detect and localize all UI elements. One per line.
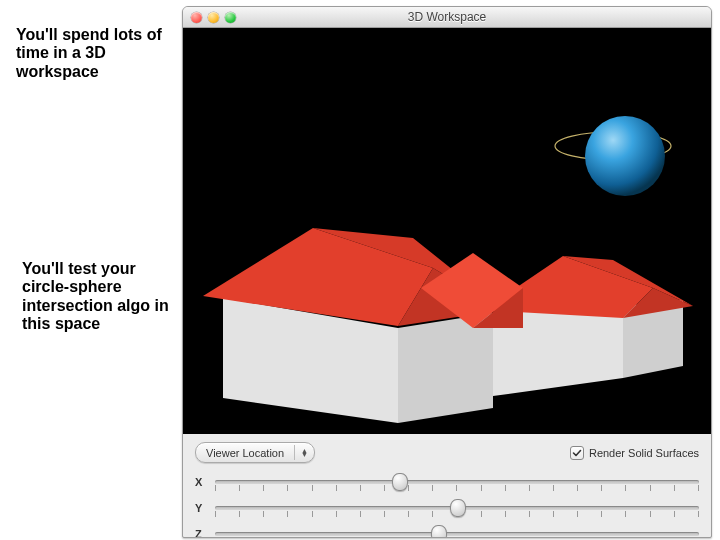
viewer-location-dropdown[interactable]: Viewer Location ▲▼ bbox=[195, 442, 315, 463]
slider-z[interactable] bbox=[215, 523, 699, 538]
checkbox-label: Render Solid Surfaces bbox=[589, 447, 699, 459]
checkbox-icon bbox=[570, 446, 584, 460]
slider-y-label: Y bbox=[195, 502, 205, 514]
scene-3d bbox=[183, 28, 711, 434]
slider-x-label: X bbox=[195, 476, 205, 488]
close-icon[interactable] bbox=[191, 12, 202, 23]
viewport-3d[interactable] bbox=[183, 28, 711, 434]
slider-z-label: Z bbox=[195, 528, 205, 538]
house-left bbox=[203, 228, 503, 423]
sphere bbox=[585, 116, 665, 196]
window-title: 3D Workspace bbox=[183, 10, 711, 24]
svg-marker-1 bbox=[398, 313, 493, 423]
render-surfaces-checkbox[interactable]: Render Solid Surfaces bbox=[570, 446, 699, 460]
app-window: 3D Workspace bbox=[182, 6, 712, 538]
window-titlebar[interactable]: 3D Workspace bbox=[183, 7, 711, 28]
caption-mid: You'll test your circle-sphere intersect… bbox=[22, 260, 182, 334]
minimize-icon[interactable] bbox=[208, 12, 219, 23]
slider-y[interactable] bbox=[215, 497, 699, 519]
slider-x[interactable] bbox=[215, 471, 699, 493]
dropdown-selected-label: Viewer Location bbox=[206, 447, 284, 459]
zoom-icon[interactable] bbox=[225, 12, 236, 23]
controls-panel: Viewer Location ▲▼ Render Solid Surfaces… bbox=[183, 434, 711, 538]
caption-top: You'll spend lots of time in a 3D worksp… bbox=[16, 26, 176, 81]
chevron-up-down-icon: ▲▼ bbox=[301, 449, 308, 457]
